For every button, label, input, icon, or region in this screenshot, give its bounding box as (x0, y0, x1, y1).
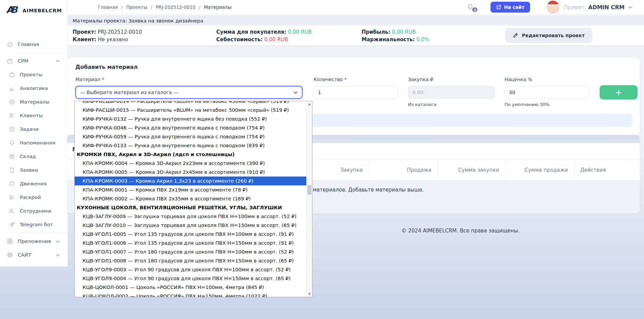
sidebar-item-prilozheniya[interactable]: Приложения (0, 234, 68, 248)
external-link-icon (496, 5, 501, 10)
material-option[interactable]: КИФ-РУЧКА-0132 — Ручка для внутреннего я… (75, 115, 306, 123)
material-option[interactable]: КЦВ-УГОЛ1-0007 — Угол 180 градусов для ц… (75, 247, 306, 256)
option-group-header: КУХОННЫЕ ЦОКОЛЯ, ВЕНТИЛЯЦИОННЫЕ РЕШЕТКИ,… (75, 203, 306, 212)
app-window: A B AIMEBELCRM ГлавнаяCPMПроектыАналитик… (0, 0, 644, 319)
profit-value: 0,00 RUB (392, 29, 416, 35)
sidebar-item-sotrudniki[interactable]: Сотрудники (0, 204, 68, 218)
go-to-site-label: На сайт (504, 4, 525, 10)
archive-icon (9, 153, 15, 160)
sidebar-divider (10, 52, 68, 53)
project-client: Клиент: Не указано (73, 36, 142, 43)
chart-icon (9, 85, 15, 92)
footer-copyright: © 2024 AIMEBELCRM. Все права защищены. (401, 228, 519, 234)
go-to-site-button[interactable]: На сайт (491, 2, 530, 13)
materials-empty-text: Нет материалов. Добавьте материалы выше. (301, 187, 424, 193)
material-option[interactable]: КИФ-РУЧКА-0046 — Ручка для внутреннего я… (75, 123, 306, 132)
home-icon (6, 41, 13, 48)
sidebar-item-label: Напоминания (20, 140, 56, 146)
sidebar-item-dvizheniya[interactable]: Движения (0, 177, 68, 191)
notifications-bell-icon[interactable]: 0 (467, 3, 475, 11)
breadcrumb-separator: / (121, 4, 123, 10)
sidebar-item-klienty[interactable]: Клиенты (0, 109, 68, 122)
brand-monogram-icon: A B (6, 5, 19, 16)
material-option[interactable]: КПА-КРОМК-0001 — Кромка ПВХ 2x19мм в асс… (75, 185, 306, 194)
material-option-selected[interactable]: КПА-КРОМК-0003 — Кромка Акрил 1,3x23 в а… (75, 177, 306, 185)
add-material-button[interactable]: + (600, 85, 638, 100)
material-option[interactable]: КЦВ-УГОЛ1-0008 — Угол 180 градусов для ц… (75, 256, 306, 265)
material-option[interactable]: КЦВ-УГОЛ9-0004 — Угол 90 градусов для цо… (75, 274, 306, 283)
edit-project-button[interactable]: Редактировать проект (505, 28, 592, 43)
material-option[interactable]: КЦВ-УГОЛ1-0005 — Угол 135 градусов для ц… (75, 230, 306, 239)
scrollbar-thumb[interactable] (307, 185, 311, 195)
sidebar-item-napominaniya[interactable]: Напоминания (0, 136, 68, 150)
breadcrumb-item[interactable]: Главная (98, 4, 118, 10)
project-summary-bar: Проект: PRJ-202512-0010 Клиент: Не указа… (68, 26, 644, 45)
scissors-icon (9, 194, 15, 201)
dropdown-scrollbar[interactable]: ▲ ▼ (306, 101, 312, 297)
top-bar: Главная/Проекты/PRJ-202512-0010/Материал… (68, 0, 644, 14)
markup-input[interactable]: 30 (504, 86, 589, 99)
material-option[interactable]: КЦВ-ЗАГЛУ-0010 — Заглушка торцевая для ц… (75, 221, 306, 230)
sidebar-item-materialy[interactable]: Материалы (0, 95, 68, 109)
sidebar-item-label: Задачи (20, 126, 39, 132)
sidebar-item-raskroy[interactable]: Раскрой (0, 191, 68, 204)
material-option[interactable]: КПА-КРОМК-0004 — Кромка 3D-Акрил 2x23мм … (75, 159, 306, 168)
purchase-input[interactable]: 0.00 (408, 86, 495, 99)
send-icon (9, 221, 15, 228)
scroll-down-arrow-icon[interactable]: ▼ (307, 291, 312, 297)
project-id: Проект: PRJ-202512-0010 (73, 28, 142, 36)
material-option[interactable]: КИФ-РУЧКА-0133 — Ручка для внутреннего я… (75, 141, 306, 150)
sidebar-item-label: Движения (20, 181, 47, 186)
material-option[interactable]: КЦВ-ЦОКОЛ-0001 — Цоколь «РОССИЯ» ПВХ Н=1… (75, 283, 306, 292)
breadcrumb-separator: / (199, 4, 201, 10)
quantity-label: Количество * (313, 77, 347, 82)
sidebar-item-proekty[interactable]: Проекты (0, 68, 68, 81)
material-option[interactable]: КЦВ-ЗАГЛУ-0009 — Заглушка торцевая для ц… (75, 212, 306, 221)
brand-logo[interactable]: A B AIMEBELCRM (0, 0, 68, 16)
chevron-down-icon (56, 239, 60, 244)
purchase-hint: Из каталога (408, 102, 436, 107)
markup-label: Наценка % (504, 77, 532, 82)
user-avatar[interactable] (546, 1, 559, 14)
material-option[interactable]: КПА-КРОМК-0005 — Кромка 3D-Акрил 2x45мм … (75, 168, 306, 177)
sidebar-item-crm[interactable]: CPM (0, 54, 68, 68)
option-group-header: КРОМКИ ПВХ, Акрил и 3D-Акрил (лдсп и сто… (75, 150, 306, 159)
sidebar-item-label: Главная (18, 42, 39, 47)
buyer-sum: Сумма для покупателя: 0,00 RUB (216, 28, 312, 36)
material-option[interactable]: КПА-КРОМК-0002 — Кромка ПВХ 2x35мм в асс… (75, 194, 306, 203)
markup-hint: По умолчанию 30% (504, 102, 550, 107)
sidebar-item-telegram-bot[interactable]: Telegram бот (0, 218, 68, 231)
chevron-down-icon (628, 5, 632, 10)
buyer-sum-value: 0,00 RUB (288, 29, 312, 35)
sidebar-item-label: Приложения (18, 239, 51, 244)
sidebar-item-analitika[interactable]: Аналитика (0, 81, 68, 95)
material-option[interactable]: КИФ-РАСШИ-0015 — Расширитель «BLUM» на м… (75, 106, 306, 115)
globe-icon (6, 252, 13, 258)
sidebar-item-sayt[interactable]: САЙТ (0, 248, 68, 262)
material-select[interactable]: — Выберите материал из каталога — (75, 86, 303, 99)
sidebar-item-zadachi[interactable]: Задачи (0, 122, 68, 136)
material-option[interactable]: КИФ-РАСШИ-0014 — Расширитель «BLUM» на м… (75, 101, 306, 106)
sidebar: A B AIMEBELCRM ГлавнаяCPMПроектыАналитик… (0, 0, 68, 267)
task-icon (9, 126, 15, 133)
material-select-value: — Выберите материал из каталога — (80, 90, 178, 95)
material-option[interactable]: КЦВ-ЦОКОЛ-0002 — Цоколь «РОССИЯ» ПВХ Н=1… (75, 292, 306, 297)
breadcrumb-item[interactable]: PRJ-202512-0010 (156, 4, 195, 10)
cube-icon (9, 98, 15, 105)
breadcrumb-item[interactable]: Проекты (126, 4, 147, 10)
sidebar-item-glavnaya[interactable]: Главная (0, 37, 68, 51)
material-option[interactable]: КЦВ-УГОЛ1-0006 — Угол 135 градусов для ц… (75, 239, 306, 247)
material-option[interactable]: КЦВ-УГОЛ9-0003 — Угол 90 градусов для цо… (75, 265, 306, 274)
sidebar-item-zayavki[interactable]: Заявки (0, 163, 68, 177)
sidebar-nav: ГлавнаяCPMПроектыАналитикаМатериалыКлиен… (0, 37, 68, 262)
material-options-list: КИФ-РАСШИ-0014 — Расширитель «BLUM» на м… (75, 101, 306, 297)
quantity-input[interactable]: 1 (313, 86, 398, 99)
user-menu[interactable]: Привет, ADMIN CRM (564, 4, 632, 11)
sidebar-item-label: Telegram бот (20, 222, 53, 227)
bell-icon (9, 139, 15, 146)
margin-value: 0,0% (416, 36, 429, 43)
scroll-up-arrow-icon[interactable]: ▲ (307, 101, 312, 107)
breadcrumb-separator: / (151, 4, 152, 10)
material-option[interactable]: КИФ-РУЧКА-0059 — Ручка для внутреннего я… (75, 132, 306, 141)
sidebar-item-sklad[interactable]: Склад (0, 150, 68, 163)
